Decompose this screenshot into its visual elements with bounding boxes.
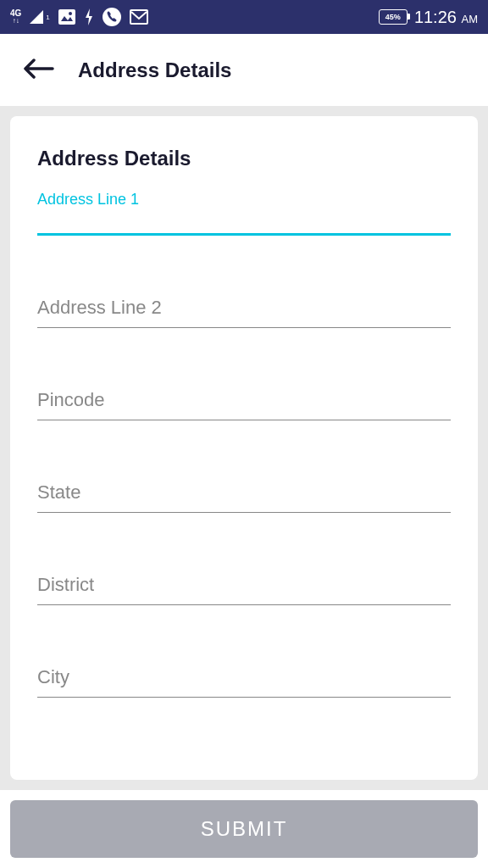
page-title: Address Details — [78, 58, 231, 82]
underline — [37, 420, 451, 420]
pincode-input[interactable] — [37, 389, 451, 418]
image-icon — [58, 9, 75, 25]
bolt-icon — [84, 8, 94, 25]
svg-rect-3 — [130, 10, 147, 24]
battery-level: 45% — [385, 13, 401, 21]
address-line-1-label: Address Line 1 — [37, 191, 139, 209]
form-card: Address Details Address Line 1 — [10, 116, 478, 780]
state-group — [37, 481, 451, 513]
status-right: 45% 11:26 AM — [379, 8, 478, 27]
battery-icon: 45% — [379, 9, 408, 25]
district-group — [37, 574, 451, 605]
underline — [37, 697, 451, 698]
submit-button[interactable]: SUBMIT — [10, 800, 478, 858]
pincode-group — [37, 389, 451, 420]
city-input[interactable] — [37, 666, 451, 695]
status-bar: 4G ↑↓ 1 45% 11:26 AM — [0, 0, 488, 34]
underline — [37, 604, 451, 605]
signal-icon: 1 — [30, 10, 49, 24]
time-value: 11:26 — [414, 8, 457, 26]
bottom-bar: SUBMIT — [0, 790, 488, 868]
underline — [37, 327, 451, 328]
phone-icon — [103, 8, 121, 26]
state-input[interactable] — [37, 481, 451, 510]
back-arrow-icon[interactable] — [24, 58, 54, 82]
district-input[interactable] — [37, 574, 451, 603]
content-area: Address Details Address Line 1 — [0, 106, 488, 790]
address-line-2-group — [37, 297, 451, 328]
app-header: Address Details — [0, 34, 488, 106]
svg-rect-0 — [58, 9, 75, 25]
mail-icon — [130, 9, 148, 25]
svg-point-2 — [103, 8, 121, 26]
section-title: Address Details — [37, 147, 451, 170]
network-4g-icon: 4G ↑↓ — [10, 9, 21, 25]
clock: 11:26 AM — [414, 8, 478, 27]
address-line-2-input[interactable] — [37, 297, 451, 326]
address-line-1-group: Address Line 1 — [37, 211, 451, 236]
address-line-1-input[interactable] — [37, 211, 451, 240]
city-group — [37, 666, 451, 698]
status-left: 4G ↑↓ 1 — [10, 8, 148, 26]
underline — [37, 512, 451, 513]
svg-point-1 — [69, 12, 72, 15]
time-ampm: AM — [462, 13, 479, 25]
